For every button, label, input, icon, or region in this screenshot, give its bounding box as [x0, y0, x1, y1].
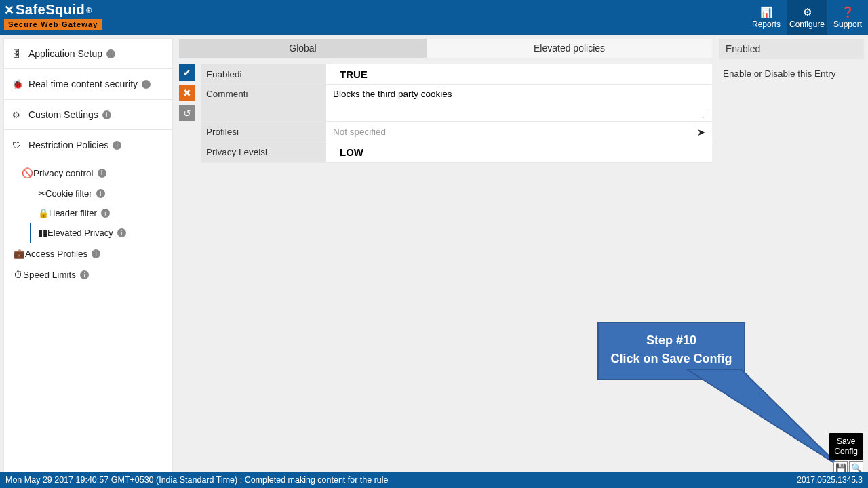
check-icon: ✔: [183, 67, 191, 78]
sidebar-item-access-profiles[interactable]: 💼 Access Profiles i: [8, 243, 172, 264]
action-column: ✔ ✖ ↺: [179, 64, 201, 163]
info-icon[interactable]: i: [92, 249, 100, 258]
info-icon[interactable]: i: [106, 49, 115, 58]
send-icon[interactable]: ➤: [697, 127, 705, 138]
top-bar: ✕ SafeSquid ® Secure Web Gateway 📊 Repor…: [0, 0, 868, 35]
nav-configure[interactable]: ⚙ Configure: [787, 0, 827, 35]
info-icon[interactable]: i: [113, 141, 121, 150]
info-icon[interactable]: i: [101, 209, 110, 218]
label-text: Comment: [206, 89, 246, 99]
close-icon: ✖: [183, 87, 191, 98]
info-icon[interactable]: i: [237, 127, 239, 137]
info-icon[interactable]: i: [117, 228, 126, 237]
sidebar-item-privacy-control[interactable]: 🚫 Privacy control i: [16, 162, 172, 184]
right-pane-body: Enable or Disable this Entry: [719, 59, 864, 88]
tab-elevated-policies[interactable]: Elevated policies: [427, 39, 712, 58]
sidebar-item-label: Restriction Policies: [28, 140, 108, 150]
nav-reports-label: Reports: [752, 20, 781, 29]
profiles-text: Not specified: [333, 127, 386, 137]
cancel-button[interactable]: ✖: [179, 85, 195, 101]
shield-icon: 🛡: [12, 140, 23, 150]
resize-handle-icon[interactable]: ⋰: [702, 111, 709, 120]
nav-support-label: Support: [833, 20, 862, 29]
status-version: 2017.0525.1345.3: [797, 475, 863, 485]
sliders-icon: ⚙: [12, 110, 23, 120]
tooltip-line2: Config: [834, 447, 858, 456]
info-icon[interactable]: i: [102, 110, 111, 119]
info-icon[interactable]: i: [142, 80, 151, 89]
sidebar-item-realtime-security[interactable]: 🐞 Real time content security i: [4, 69, 172, 100]
bug-icon: 🐞: [12, 79, 23, 89]
brand-tagline: Secure Web Gateway: [4, 19, 102, 30]
sidebar: 🗄 Application Setup i 🐞 Real time conten…: [4, 39, 172, 472]
brand-reg: ®: [86, 6, 92, 14]
sidebar-item-restriction-policies[interactable]: 🛡 Restriction Policies i: [4, 130, 172, 160]
sidebar-item-label: Header filter: [49, 208, 97, 218]
value-comment[interactable]: Blocks the third party cookies ⋰: [326, 85, 712, 121]
info-icon[interactable]: i: [240, 69, 242, 79]
support-icon: ❓: [842, 6, 854, 18]
brand-name: SafeSquid: [16, 2, 85, 18]
label-privacy-levels: Privacy Levels i: [201, 142, 326, 162]
nav-support[interactable]: ❓ Support: [827, 0, 868, 35]
right-pane-heading: Enabled: [719, 39, 864, 59]
sidebar-item-label: Application Setup: [28, 48, 102, 59]
info-icon[interactable]: i: [98, 169, 106, 178]
callout-line1: Step #10: [606, 331, 737, 350]
sidebar-item-elevated-privacy[interactable]: ▮▮ Elevated Privacy i: [30, 223, 172, 243]
label-text: Enabled: [206, 69, 240, 79]
scissors-icon: ✂: [38, 188, 45, 199]
undo-button[interactable]: ↺: [179, 105, 195, 121]
row-privacy-levels: Privacy Levels i LOW: [201, 142, 712, 163]
sidebar-item-speed-limits[interactable]: ⏱ Speed Limits i: [8, 264, 172, 285]
lock-icon: 🔒: [38, 208, 49, 218]
label-comment: Comment i: [201, 85, 326, 121]
briefcase-icon: 🗄: [12, 49, 23, 59]
info-icon[interactable]: i: [246, 89, 248, 99]
sidebar-item-label: Real time content security: [28, 79, 138, 89]
undo-icon: ↺: [183, 108, 191, 119]
sidebar-item-label: Access Profiles: [25, 249, 87, 259]
value-profiles[interactable]: Not specified ➤: [326, 122, 712, 142]
info-icon[interactable]: i: [80, 270, 89, 279]
nav-reports[interactable]: 📊 Reports: [746, 0, 787, 35]
sidebar-item-label: Elevated Privacy: [47, 228, 113, 238]
status-bar: Mon May 29 2017 19:40:57 GMT+0530 (India…: [0, 472, 868, 488]
info-icon[interactable]: i: [265, 147, 267, 157]
value-privacy-levels[interactable]: LOW: [326, 142, 712, 162]
sidebar-item-custom-settings[interactable]: ⚙ Custom Settings i: [4, 100, 172, 130]
value-enabled[interactable]: TRUE: [326, 64, 712, 84]
reports-icon: 📊: [760, 6, 773, 18]
svg-marker-0: [687, 369, 840, 466]
label-profiles: Profiles i: [201, 122, 326, 142]
sidebar-item-application-setup[interactable]: 🗄 Application Setup i: [4, 39, 172, 69]
sidebar-subsub: ✂ Cookie filter i 🔒 Header filter i ▮▮ E…: [16, 184, 172, 243]
sidebar-item-label: Custom Settings: [28, 109, 98, 120]
sidebar-sub-privacy: 🚫 Privacy control i ✂ Cookie filter i 🔒 …: [4, 160, 172, 291]
configure-icon: ⚙: [803, 6, 812, 18]
brand: ✕ SafeSquid ® Secure Web Gateway: [0, 0, 108, 30]
row-enabled: Enabled i TRUE: [201, 64, 712, 85]
row-profiles: Profiles i Not specified ➤: [201, 122, 712, 142]
center-column: Global Elevated policies ✔ ✖ ↺: [179, 39, 712, 472]
label-text: Profiles: [206, 127, 237, 137]
row-comment: Comment i Blocks the third party cookies…: [201, 85, 712, 122]
label-text: Privacy Levels: [206, 147, 265, 157]
ban-icon: 🚫: [22, 167, 33, 178]
sidebar-item-cookie-filter[interactable]: ✂ Cookie filter i: [34, 184, 172, 203]
info-icon[interactable]: i: [96, 189, 105, 198]
sidebar-item-label: Privacy control: [33, 168, 94, 178]
sidebar-item-label: Cookie filter: [45, 188, 92, 199]
tab-global[interactable]: Global: [179, 39, 427, 58]
callout-arrow-icon: [650, 368, 846, 471]
gauge-icon: ⏱: [14, 270, 23, 280]
label-enabled: Enabled i: [201, 64, 326, 84]
callout-line2: Click on Save Config: [606, 350, 737, 368]
save-config-tooltip: Save Config: [829, 433, 863, 460]
form-wrap: ✔ ✖ ↺ Enabled i TRUE: [179, 58, 712, 163]
briefcase-icon: 💼: [14, 248, 25, 259]
sidebar-item-header-filter[interactable]: 🔒 Header filter i: [34, 203, 172, 223]
confirm-button[interactable]: ✔: [179, 64, 195, 81]
comment-text: Blocks the third party cookies: [333, 89, 452, 99]
status-message: Mon May 29 2017 19:40:57 GMT+0530 (India…: [5, 475, 389, 485]
